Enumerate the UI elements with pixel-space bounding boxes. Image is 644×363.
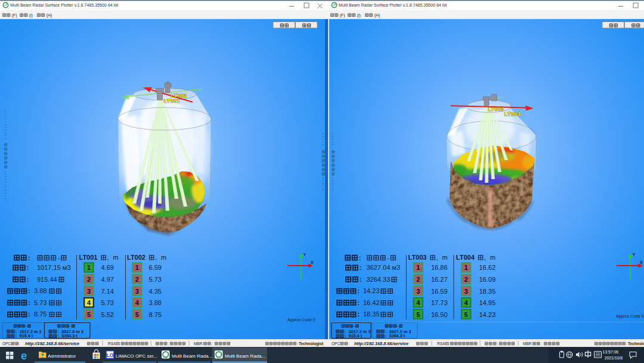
svg-text::: :: [212, 342, 213, 346]
svg-text:16.09: 16.09: [479, 276, 496, 283]
svg-text:e: e: [21, 349, 27, 362]
svg-text:8.75: 8.75: [34, 310, 47, 318]
svg-text::: :: [19, 342, 20, 346]
svg-text:m: m: [161, 254, 166, 261]
svg-text:Approx Code 0: Approx Code 0: [287, 318, 315, 322]
svg-text:5: 5: [416, 311, 420, 318]
svg-text::: :: [27, 276, 29, 283]
svg-text:LT003: LT003: [408, 254, 427, 261]
svg-text:(H): (H): [374, 13, 380, 18]
svg-text:4: 4: [416, 299, 420, 306]
svg-text:,: ,: [436, 254, 438, 261]
svg-text::: :: [168, 342, 169, 346]
svg-text:OPC: OPC: [332, 342, 340, 346]
svg-text:1017.15 м3: 1017.15 м3: [37, 264, 71, 271]
svg-text:5: 5: [465, 311, 468, 318]
svg-text:4.97: 4.97: [101, 276, 114, 283]
svg-text:2: 2: [87, 276, 91, 283]
svg-text:Multi Beam Radar Surface Plott: Multi Beam Radar Surface Plotter v.1.8.7…: [339, 3, 447, 8]
svg-text:3264.33: 3264.33: [367, 276, 391, 283]
svg-text:14.95: 14.95: [479, 299, 496, 306]
svg-text:14.23: 14.23: [363, 287, 380, 294]
svg-text:4.35: 4.35: [149, 288, 162, 295]
svg-text:Multi Beam Radar Surface Plott: Multi Beam Radar Surface Plotter v.1.8.7…: [10, 3, 118, 8]
svg-text:(F): (F): [340, 13, 345, 18]
svg-text:915.4 t: 915.4 t: [348, 333, 362, 339]
svg-text:5.73: 5.73: [34, 299, 47, 306]
svg-text:,: ,: [155, 254, 157, 261]
svg-text::: :: [16, 333, 17, 339]
svg-text:(i): (i): [29, 13, 33, 18]
svg-text:OPC: OPC: [2, 342, 11, 346]
svg-text::: :: [28, 254, 30, 262]
svg-text:17.73: 17.73: [431, 299, 448, 306]
svg-text:,: ,: [484, 254, 486, 261]
svg-text:http://192.168.8.66/service: http://192.168.8.66/service: [25, 341, 79, 346]
svg-text:1: 1: [416, 264, 420, 271]
svg-text:3627.04 м3: 3627.04 м3: [367, 264, 401, 271]
svg-text:X: X: [311, 260, 314, 264]
svg-text:Multi Beam Rada...: Multi Beam Rada...: [225, 353, 265, 359]
svg-text:1: 1: [135, 264, 139, 271]
svg-text:2: 2: [465, 276, 468, 283]
svg-text:16.86: 16.86: [431, 264, 448, 271]
svg-text:2: 2: [416, 276, 420, 283]
svg-text:Technolog: Technolog: [628, 342, 644, 346]
svg-text:Administrator: Administrator: [48, 353, 76, 359]
svg-text:LT001: LT001: [79, 254, 98, 261]
svg-text::: :: [297, 342, 298, 346]
svg-text:18.35: 18.35: [479, 288, 496, 295]
svg-text:LT001: LT001: [164, 98, 180, 104]
svg-text::: :: [28, 287, 30, 294]
svg-text::: :: [357, 299, 360, 306]
svg-text:LT004: LT004: [504, 111, 521, 117]
svg-text:LT002: LT002: [127, 254, 145, 261]
svg-text:5.73: 5.73: [101, 299, 114, 306]
svg-text:(H): (H): [47, 13, 52, 18]
svg-text:3: 3: [135, 288, 139, 295]
svg-text:3: 3: [87, 288, 91, 295]
svg-text::: :: [357, 310, 360, 318]
svg-text:3264.3 t: 3264.3 t: [389, 333, 405, 339]
svg-text:3.88: 3.88: [149, 299, 162, 306]
svg-text:16.50: 16.50: [431, 311, 448, 318]
svg-text:1: 1: [87, 264, 91, 271]
svg-text:13:57:06: 13:57:06: [603, 350, 619, 354]
svg-text:LT004: LT004: [456, 254, 475, 261]
svg-text:16.59: 16.59: [431, 288, 448, 295]
svg-text:8.75: 8.75: [149, 311, 162, 318]
svg-text:2: 2: [135, 276, 139, 283]
svg-text::: :: [360, 264, 362, 271]
svg-text:RS485:: RS485:: [437, 342, 450, 346]
svg-text:16.27: 16.27: [431, 276, 448, 283]
svg-text:(i): (i): [357, 13, 361, 18]
svg-text::: :: [345, 333, 346, 339]
svg-text:Y: Y: [633, 253, 636, 257]
svg-text::: :: [359, 254, 361, 262]
svg-text:915.4 t: 915.4 t: [19, 333, 33, 339]
svg-text:MBR: MBR: [194, 342, 203, 346]
svg-text:LIMACO OPC ser...: LIMACO OPC ser...: [116, 353, 157, 359]
svg-text::: :: [385, 333, 386, 339]
svg-text:4: 4: [135, 299, 140, 306]
svg-text::: :: [360, 276, 362, 283]
svg-text::: :: [497, 342, 499, 346]
svg-text:m: m: [113, 254, 119, 261]
svg-text:3.88: 3.88: [34, 287, 47, 294]
svg-text:(F): (F): [12, 13, 17, 18]
svg-text:3: 3: [416, 288, 420, 295]
svg-text:5.52: 5.52: [101, 311, 114, 318]
svg-text::: :: [28, 310, 30, 318]
svg-text:14.23: 14.23: [479, 311, 496, 318]
svg-text::: :: [28, 299, 30, 306]
svg-text::: :: [541, 342, 542, 346]
svg-text::: :: [357, 287, 360, 294]
svg-text:Y: Y: [304, 253, 306, 257]
svg-text:X: X: [640, 260, 643, 264]
svg-text:3: 3: [465, 288, 468, 295]
svg-text:-: -: [58, 254, 60, 262]
svg-text:m: m: [490, 254, 496, 261]
svg-text:5.73: 5.73: [149, 276, 162, 283]
svg-text:3264.3 t: 3264.3 t: [61, 333, 78, 339]
svg-text:-: -: [25, 324, 26, 328]
